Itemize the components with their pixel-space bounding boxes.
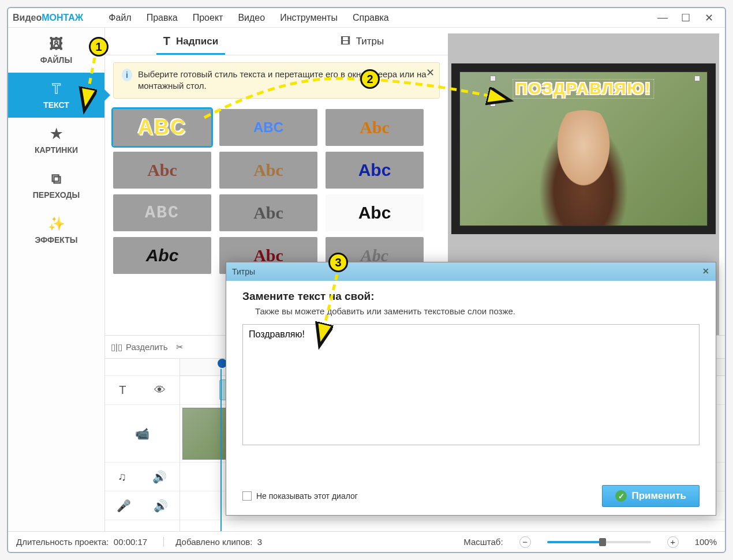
image-icon: 🖼 <box>50 36 63 52</box>
sidebar: 🖼 ФАЙЛЫ T ТЕКСТ ★ КАРТИНКИ ⧉ ПЕРЕХОДЫ ✨ … <box>8 28 105 531</box>
checkbox-icon <box>242 491 252 501</box>
sidebar-label: ФАЙЛЫ <box>40 55 72 65</box>
dialog-textarea[interactable]: Поздравляю! <box>242 324 700 445</box>
sidebar-item-pictures[interactable]: ★ КАРТИНКИ <box>8 118 104 163</box>
zoom-in-button[interactable]: + <box>667 536 679 548</box>
dialog-heading: Замените текст на свой: <box>242 290 700 303</box>
preview-text-overlay[interactable]: ПОЗДРАВЛЯЮ! <box>513 79 654 99</box>
menubar: Файл Правка Проект Видео Инструменты Спр… <box>83 13 651 23</box>
split-button[interactable]: ▯|▯ Разделить <box>111 342 168 352</box>
t-icon: T <box>119 384 126 397</box>
speaker-icon[interactable]: 🔊 <box>154 499 168 513</box>
hint-close-button[interactable]: ✕ <box>426 66 435 79</box>
star-icon: ★ <box>50 126 63 142</box>
annotation-2: 2 <box>360 69 380 89</box>
sidebar-item-effects[interactable]: ✨ ЭФФЕКТЫ <box>8 208 104 253</box>
text-style-2[interactable]: ABC <box>219 109 317 146</box>
window-controls: — ☐ ✕ <box>651 10 720 26</box>
titles-dialog: Титры ✕ Замените текст на свой: Также вы… <box>226 262 716 516</box>
minimize-button[interactable]: — <box>651 10 674 26</box>
zoom-label: Масштаб: <box>463 537 503 547</box>
camera-icon: 📹 <box>135 427 149 441</box>
hint-banner: i Выберите готовый стиль текста и перета… <box>113 62 440 99</box>
resize-handle[interactable] <box>490 101 496 107</box>
checkbox-label: Не показывать этот диалог <box>256 491 358 501</box>
sidebar-label: ТЕКСТ <box>43 100 69 110</box>
text-style-7[interactable]: ABC <box>113 194 211 231</box>
annotation-1: 1 <box>89 37 109 57</box>
maximize-button[interactable]: ☐ <box>674 10 697 26</box>
audio-track-header: ♫ 🔊 <box>105 463 179 491</box>
track-headers: T 👁 📹 ♫ 🔊 🎤 🔊 <box>105 359 180 531</box>
sidebar-label: ПЕРЕХОДЫ <box>33 190 80 200</box>
menu-file[interactable]: Файл <box>109 13 131 23</box>
mic-icon: 🎤 <box>117 499 131 513</box>
preview-frame[interactable]: ПОЗДРАВЛЯЮ! <box>459 72 708 226</box>
sidebar-item-transitions[interactable]: ⧉ ПЕРЕХОДЫ <box>8 163 104 208</box>
text-style-6[interactable]: Abc <box>326 152 424 189</box>
info-icon: i <box>122 69 132 81</box>
annotation-3: 3 <box>328 253 348 272</box>
menu-video[interactable]: Видео <box>238 13 265 23</box>
duration-label: Длительность проекта: 00:00:17 <box>16 537 147 547</box>
check-icon: ✓ <box>615 490 627 502</box>
preview-image <box>532 110 635 225</box>
dialog-titlebar[interactable]: Титры ✕ <box>226 262 716 281</box>
sidebar-item-text[interactable]: T ТЕКСТ <box>8 73 104 118</box>
titlebar: ВидеоМОНТАЖ Файл Правка Проект Видео Инс… <box>8 8 725 28</box>
close-button[interactable]: ✕ <box>697 10 720 26</box>
text-style-8[interactable]: Abc <box>219 194 317 231</box>
t-icon: T <box>163 35 170 48</box>
dialog-subtext: Также вы можете добавить или заменить те… <box>255 306 700 316</box>
apply-button[interactable]: ✓ Применить <box>602 485 700 507</box>
tab-label: Надписи <box>176 36 218 47</box>
resize-handle[interactable] <box>694 76 700 81</box>
apply-label: Применить <box>631 490 686 502</box>
tab-label: Титры <box>356 36 384 47</box>
statusbar: Длительность проекта: 00:00:17 Добавлено… <box>8 531 725 552</box>
zoom-value: 100% <box>695 537 717 547</box>
hint-text: Выберите готовый стиль текста и перетащи… <box>138 69 431 92</box>
text-style-3[interactable]: Abc <box>326 109 424 146</box>
clips-label: Добавлено клипов: 3 <box>163 537 262 547</box>
app-window: ВидеоМОНТАЖ Файл Правка Проект Видео Инс… <box>7 7 726 553</box>
text-track-header: T 👁 <box>105 376 179 405</box>
tabs: T Надписи 🎞 Титры <box>105 28 448 55</box>
menu-help[interactable]: Справка <box>353 13 389 23</box>
video-track-header: 📹 <box>105 405 179 463</box>
text-style-1[interactable]: ABC <box>113 109 211 146</box>
text-style-grid: ABC ABC Abc Abc Abc Abc ABC Abc Abc Abc … <box>105 106 448 277</box>
dont-show-checkbox[interactable]: Не показывать этот диалог <box>242 491 358 501</box>
sidebar-label: ЭФФЕКТЫ <box>35 235 78 245</box>
music-icon: ♫ <box>118 470 126 483</box>
app-logo: ВидеоМОНТАЖ <box>13 13 83 23</box>
text-style-4[interactable]: Abc <box>113 152 211 189</box>
dialog-close-button[interactable]: ✕ <box>700 265 712 277</box>
menu-project[interactable]: Проект <box>193 13 223 23</box>
sidebar-label: КАРТИНКИ <box>35 145 78 155</box>
split-icon: ▯|▯ <box>111 342 122 352</box>
cut-button[interactable]: ✂ <box>176 342 184 352</box>
playhead[interactable] <box>220 359 222 531</box>
tab-titles[interactable]: 🎞 Титры <box>276 28 448 55</box>
text-style-9[interactable]: Abc <box>326 194 424 231</box>
dialog-title: Титры <box>232 267 255 276</box>
split-label: Разделить <box>126 342 168 352</box>
film-icon: 🎞 <box>341 36 350 47</box>
text-style-10[interactable]: Abc <box>113 237 211 274</box>
text-icon: T <box>52 81 61 97</box>
speaker-icon[interactable]: 🔊 <box>152 470 167 484</box>
resize-handle[interactable] <box>490 76 496 81</box>
wand-icon: ✨ <box>48 216 65 232</box>
eye-icon[interactable]: 👁 <box>154 384 166 397</box>
menu-edit[interactable]: Правка <box>147 13 178 23</box>
layers-icon: ⧉ <box>51 171 61 187</box>
zoom-slider[interactable] <box>547 541 651 543</box>
scissors-icon: ✂ <box>176 342 184 352</box>
tab-captions[interactable]: T Надписи <box>105 28 276 55</box>
text-style-5[interactable]: Abc <box>219 152 317 189</box>
menu-tools[interactable]: Инструменты <box>280 13 338 23</box>
zoom-out-button[interactable]: − <box>519 536 531 548</box>
voice-track-header: 🎤 🔊 <box>105 491 179 520</box>
